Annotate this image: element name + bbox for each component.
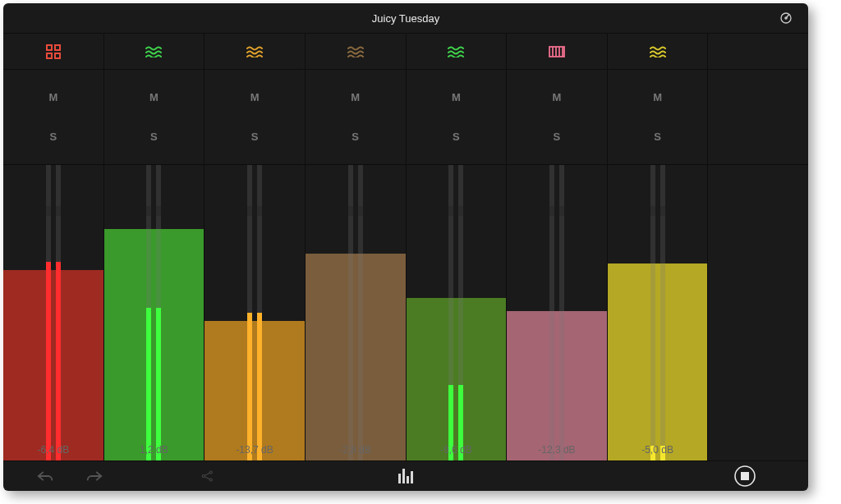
mute-button[interactable]: M	[407, 83, 507, 112]
meter-area[interactable]: -9,6 dB	[407, 165, 507, 460]
solo-button[interactable]: S	[3, 122, 103, 151]
mute-button[interactable]: M	[608, 83, 708, 112]
mute-solo-group: MS	[407, 70, 507, 165]
live-meter	[146, 308, 161, 460]
track-type-icon[interactable]	[407, 34, 507, 70]
track-7: MS-5,0 dB	[608, 34, 709, 460]
footer-bar	[3, 461, 808, 491]
svg-rect-14	[398, 474, 401, 483]
mute-solo-group: MS	[507, 70, 607, 165]
svg-rect-16	[407, 476, 409, 483]
svg-rect-3	[55, 45, 60, 50]
mute-solo-group: MS	[205, 70, 305, 165]
peak-marks	[247, 206, 262, 216]
track-6: MS-12,3 dB	[507, 34, 608, 460]
peak-marks	[650, 206, 665, 216]
mute-solo-group: MS	[608, 70, 708, 165]
live-meter	[448, 385, 463, 460]
track-type-icon[interactable]	[104, 34, 205, 70]
peak-marks	[146, 206, 161, 216]
track-3: MS-13,7 dB	[205, 34, 306, 460]
solo-button[interactable]: S	[507, 122, 607, 151]
live-meter	[247, 313, 262, 460]
mute-button[interactable]: M	[3, 83, 103, 112]
svg-rect-19	[741, 472, 749, 480]
svg-rect-2	[47, 45, 52, 50]
mute-button[interactable]: M	[104, 83, 205, 112]
peak-marks	[348, 206, 363, 216]
mute-button[interactable]: M	[306, 83, 406, 112]
solo-button[interactable]: S	[407, 122, 507, 151]
track-5: MS-9,6 dB	[407, 34, 508, 460]
mute-button[interactable]: M	[205, 83, 305, 112]
tracks-container: MS-6,4 dBMS1,2 dBMS-13,7 dBMS-2,8 dBMS-9…	[3, 33, 808, 461]
peak-marks	[46, 206, 61, 216]
mixer-view-button[interactable]	[398, 469, 414, 483]
project-title: Juicy Tuesday	[372, 12, 439, 25]
track-type-icon[interactable]	[507, 34, 607, 70]
meter-area[interactable]: -12,3 dB	[507, 165, 607, 460]
track-2: MS1,2 dB	[104, 34, 205, 460]
track-1: MS-6,4 dB	[3, 34, 104, 460]
track-type-icon[interactable]	[3, 34, 103, 70]
mute-solo-group: MS	[104, 70, 205, 165]
meter-area[interactable]: -5,0 dB	[608, 165, 708, 460]
mute-solo-group: MS	[306, 70, 406, 165]
meter-area[interactable]: -2,8 dB	[306, 165, 406, 460]
header-bar: Juicy Tuesday	[3, 3, 808, 33]
redo-button[interactable]	[85, 470, 135, 483]
meter-area[interactable]: 1,2 dB	[104, 165, 205, 460]
solo-button[interactable]: S	[306, 122, 406, 151]
live-meter	[46, 262, 61, 460]
solo-button[interactable]: S	[104, 122, 205, 151]
undo-button[interactable]	[36, 470, 85, 483]
svg-point-1	[785, 17, 787, 19]
svg-point-12	[209, 471, 212, 474]
mixer-app: Juicy Tuesday MS-6,4 dBMS1,2 dBMS-13,7 d…	[3, 3, 808, 491]
stop-button[interactable]	[734, 465, 756, 487]
peak-marks	[448, 206, 463, 216]
peak-marks	[549, 206, 564, 216]
share-button[interactable]	[200, 469, 250, 483]
svg-rect-15	[402, 469, 405, 483]
solo-button[interactable]: S	[205, 122, 305, 151]
svg-point-13	[209, 479, 212, 481]
svg-point-11	[202, 475, 205, 478]
empty-track-slot[interactable]	[708, 34, 808, 460]
meter-area[interactable]: -6,4 dB	[3, 165, 103, 460]
track-4: MS-2,8 dB	[306, 34, 407, 460]
metronome-icon[interactable]	[779, 11, 793, 25]
meter-area[interactable]: -13,7 dB	[205, 165, 305, 460]
solo-button[interactable]: S	[608, 122, 708, 151]
track-type-icon[interactable]	[608, 34, 708, 70]
mute-solo-group: MS	[3, 70, 103, 165]
svg-rect-4	[47, 53, 52, 58]
svg-rect-17	[411, 471, 413, 483]
track-type-icon[interactable]	[306, 34, 406, 70]
live-meter	[650, 446, 665, 460]
track-type-icon[interactable]	[205, 34, 305, 70]
mute-button[interactable]: M	[507, 83, 607, 112]
svg-rect-5	[55, 53, 60, 58]
